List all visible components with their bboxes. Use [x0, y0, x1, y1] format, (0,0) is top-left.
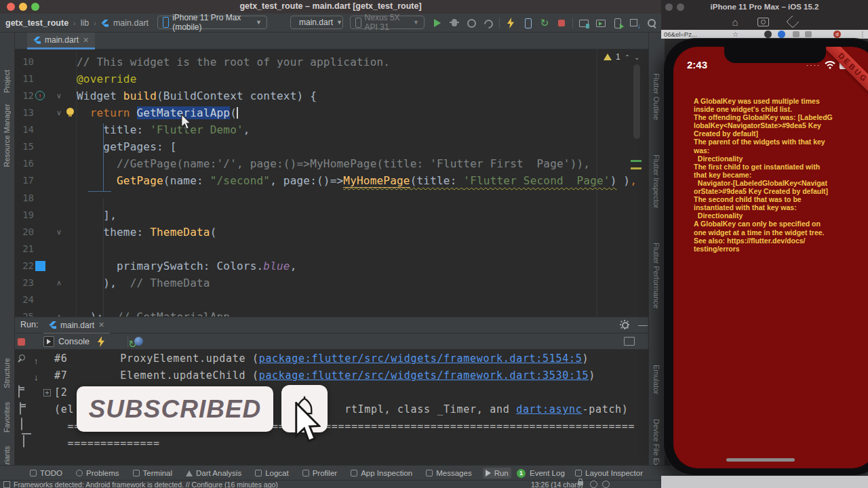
- lock-icon[interactable]: [578, 481, 583, 485]
- console-link[interactable]: dart:async: [516, 403, 582, 415]
- extension-icon[interactable]: [764, 30, 772, 38]
- breadcrumb[interactable]: getx_test_route›lib›main.dart: [5, 14, 149, 33]
- tool-window-label: TODO: [40, 469, 62, 477]
- color-swatch-icon[interactable]: [35, 261, 45, 271]
- attach-debugger-icon[interactable]: [521, 17, 534, 29]
- device-selector[interactable]: iPhone 11 Pro Max (mobile) ▼: [157, 16, 267, 29]
- happy-face-icon[interactable]: [590, 481, 597, 488]
- home-indicator[interactable]: [726, 458, 795, 462]
- clear-console-icon[interactable]: [23, 435, 24, 447]
- tool-window-button-run[interactable]: Run: [483, 468, 511, 479]
- up-arrow-icon[interactable]: ↑: [34, 356, 39, 366]
- screenshot-icon[interactable]: [757, 18, 769, 26]
- chevron-up-icon[interactable]: ⌃: [625, 54, 630, 61]
- stop-icon[interactable]: [555, 17, 568, 29]
- target-device-selector[interactable]: Nexus 5X API 31 ▼: [350, 16, 425, 29]
- print-icon[interactable]: [21, 418, 22, 430]
- profiler-icon[interactable]: [482, 17, 494, 29]
- stop-icon[interactable]: [18, 338, 25, 346]
- tool-window-button-todo[interactable]: TODO: [27, 468, 65, 479]
- tool-strip-project[interactable]: Project: [3, 70, 11, 93]
- error-text-line: testing/errors: [694, 245, 865, 253]
- override-marker-icon[interactable]: ↑: [35, 91, 45, 100]
- logcat-icon: [255, 470, 262, 476]
- code-editor[interactable]: 101112∨↑13∨14151617181920∨212223∧2425∧ /…: [15, 49, 648, 317]
- run-tab-main-dart[interactable]: main.dart ✕: [43, 317, 110, 334]
- scrollbar-change-mark: [631, 160, 642, 162]
- code-token: // This widget is the root of your appli…: [77, 56, 390, 68]
- debug-icon[interactable]: [448, 17, 460, 29]
- star-icon[interactable]: ☆: [732, 30, 738, 38]
- console-link[interactable]: package:flutter/src/widgets/framework.da…: [259, 369, 589, 382]
- search-everywhere-icon[interactable]: [646, 17, 658, 29]
- console-toolbar: Console ↻: [15, 333, 648, 350]
- breadcrumb-item-main.dart[interactable]: main.dart: [113, 18, 149, 28]
- tool-window-button-logcat[interactable]: Logcat: [252, 468, 292, 479]
- console-text: #7 Element.updateChild (: [54, 369, 259, 382]
- extension-icon[interactable]: [778, 30, 785, 38]
- tool-strip-flutter-performance[interactable]: Flutter Performance: [652, 243, 660, 308]
- tool-window-button-problems[interactable]: Problems: [73, 468, 122, 479]
- extension-icon[interactable]: [805, 31, 812, 37]
- sync-project-icon[interactable]: [629, 17, 641, 29]
- chevron-down-icon[interactable]: ⌄: [634, 54, 639, 61]
- tool-strip-flutter-inspector[interactable]: Flutter Inspector: [652, 155, 660, 208]
- close-tab-icon[interactable]: ✕: [83, 36, 89, 45]
- extension-icon[interactable]: [793, 31, 800, 37]
- tool-strip-structure[interactable]: Structure: [3, 358, 11, 388]
- browser-avatar[interactable]: d: [833, 30, 841, 38]
- line-number: 17: [15, 172, 34, 189]
- layout-inspector-button[interactable]: Layout Inspector: [575, 466, 643, 481]
- tool-window-button-dart-analysis[interactable]: Dart Analysis: [183, 468, 244, 479]
- home-icon[interactable]: ⌂: [732, 16, 738, 28]
- tool-window-button-profiler[interactable]: Profiler: [300, 468, 340, 479]
- virtual-device-manager-icon[interactable]: [595, 17, 607, 29]
- tool-strip-emulator[interactable]: Emulator: [652, 365, 660, 394]
- breadcrumb-item-lib[interactable]: lib: [81, 18, 90, 28]
- expand-icon[interactable]: +: [43, 389, 51, 396]
- status-bar-time: 2:43: [687, 59, 707, 70]
- rotate-icon[interactable]: [786, 15, 800, 28]
- tool-window-button-terminal[interactable]: Terminal: [130, 468, 175, 479]
- run-icon[interactable]: [431, 17, 443, 29]
- tab-label: main.dart: [45, 35, 79, 45]
- hot-reload-icon[interactable]: [505, 17, 517, 29]
- run-config-selector[interactable]: main.dart ▼: [290, 16, 343, 29]
- console-link[interactable]: package:flutter/src/widgets/framework.da…: [259, 352, 583, 365]
- tool-strip-favorites[interactable]: Favorites: [3, 402, 11, 432]
- run-on-device-icon[interactable]: [612, 17, 624, 29]
- hot-reload-icon[interactable]: [95, 336, 107, 348]
- fold-marker-icon[interactable]: ∨: [54, 104, 64, 121]
- hot-restart-icon[interactable]: ↻: [538, 17, 551, 29]
- menu-dots-icon[interactable]: ⋮: [859, 30, 866, 38]
- inspection-widget[interactable]: 1 ⌃ ⌄: [604, 52, 639, 62]
- tool-strip-resource-manager[interactable]: Resource Manager: [3, 104, 11, 167]
- tool-window-button-app-inspection[interactable]: App Inspection: [348, 468, 415, 479]
- fold-marker-icon[interactable]: ∨: [54, 87, 64, 104]
- tool-strip-flutter-outline[interactable]: Flutter Outline: [652, 73, 660, 120]
- tool-window-button-messages[interactable]: Messages: [423, 468, 474, 479]
- sad-face-icon[interactable]: [602, 481, 610, 488]
- tool-windows-icon[interactable]: [3, 481, 10, 488]
- caret-position[interactable]: 13:26 (14 chars): [531, 481, 583, 488]
- device-manager-icon[interactable]: [578, 17, 590, 29]
- code-token: , page:()=>: [270, 174, 343, 187]
- event-log-button[interactable]: 1 Event Log: [517, 466, 565, 481]
- console-tab[interactable]: Console: [43, 333, 90, 350]
- fold-marker-icon[interactable]: ∧: [54, 274, 64, 291]
- breadcrumb-item-getx_test_route[interactable]: getx_test_route: [5, 18, 68, 28]
- scroll-to-end-icon[interactable]: [20, 402, 21, 415]
- minimize-panel-icon[interactable]: —: [638, 319, 646, 330]
- soft-wrap-icon[interactable]: [18, 385, 20, 398]
- fold-marker-icon[interactable]: ∨: [54, 224, 64, 241]
- devtools-icon[interactable]: [134, 337, 143, 346]
- phone-screen[interactable]: 2:43 ···· DEBUG A GlobalKey was used mul…: [673, 47, 868, 468]
- editor-scrollbar[interactable]: [633, 64, 640, 139]
- tab-main-dart[interactable]: main.dart ✕: [27, 33, 95, 49]
- fold-marker-icon[interactable]: ∧: [54, 308, 64, 317]
- layout-icon[interactable]: [624, 337, 635, 346]
- down-arrow-icon[interactable]: ↓: [34, 372, 39, 382]
- close-tab-icon[interactable]: ✕: [98, 321, 104, 329]
- lightbulb-icon[interactable]: [66, 108, 74, 115]
- profile-icon[interactable]: [465, 17, 477, 29]
